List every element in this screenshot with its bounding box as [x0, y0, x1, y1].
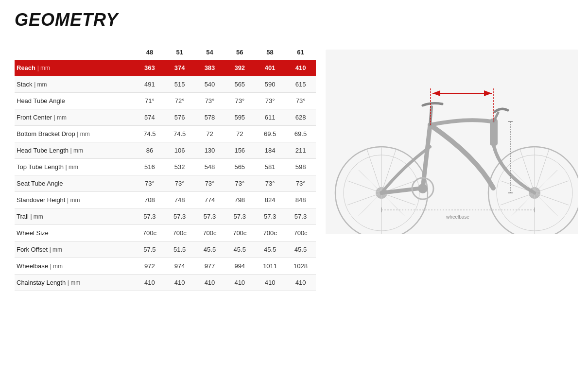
row-value: 700c: [165, 225, 195, 241]
row-value: 392: [225, 60, 255, 76]
row-label: Head Tube Angle: [15, 93, 135, 109]
row-value: 972: [135, 258, 165, 275]
row-label: Trail | mm: [15, 208, 135, 225]
row-value: 73°: [255, 93, 285, 109]
row-value: 598: [285, 159, 316, 175]
row-value: 410: [165, 275, 195, 291]
row-value: 45.5: [285, 241, 316, 258]
row-value: 74.5: [165, 126, 195, 142]
row-value: 72: [195, 126, 225, 142]
table-row: Top Tube Length | mm516532548565581598: [15, 159, 316, 175]
row-unit: | mm: [37, 65, 50, 71]
table-row: Trail | mm57.357.357.357.357.357.3: [15, 208, 316, 225]
row-value: 576: [165, 109, 195, 126]
row-value: 72°: [165, 93, 195, 109]
row-value: 700c: [225, 225, 255, 241]
header-size-56: 56: [225, 45, 255, 60]
row-value: 57.3: [165, 208, 195, 225]
row-value: 401: [255, 60, 285, 76]
row-label: Stack | mm: [15, 76, 135, 93]
header-size-58: 58: [255, 45, 285, 60]
row-value: 700c: [135, 225, 165, 241]
row-value: 73°: [285, 93, 316, 109]
row-value: 57.3: [285, 208, 316, 225]
svg-point-36: [418, 184, 428, 193]
row-value: 73°: [195, 93, 225, 109]
row-unit: | mm: [65, 164, 78, 171]
row-label: Wheelbase | mm: [15, 258, 135, 275]
row-value: 515: [165, 76, 195, 93]
row-value: 410: [285, 275, 316, 291]
row-label: Top Tube Length | mm: [15, 159, 135, 175]
row-unit: | mm: [50, 263, 63, 270]
table-row: Bottom Bracket Drop | mm74.574.5727269.5…: [15, 126, 316, 142]
row-label: Chainstay Length | mm: [15, 275, 135, 291]
svg-text:wheelbase: wheelbase: [446, 214, 469, 220]
row-value: 798: [225, 192, 255, 208]
row-value: 45.5: [225, 241, 255, 258]
row-value: 708: [135, 192, 165, 208]
row-value: 700c: [285, 225, 316, 241]
row-label: Bottom Bracket Drop | mm: [15, 126, 135, 142]
table-row: Standover Height | mm708748774798824848: [15, 192, 316, 208]
row-label: Seat Tube Angle: [15, 175, 135, 192]
row-label: Reach | mm: [15, 60, 135, 76]
row-value: 73°: [255, 175, 285, 192]
geometry-table: 485154565861 Reach | mm36337438339240141…: [15, 45, 316, 291]
row-value: 57.3: [195, 208, 225, 225]
row-value: 977: [195, 258, 225, 275]
row-value: 1028: [285, 258, 316, 275]
table-row: Head Tube Length | mm86106130156184211: [15, 142, 316, 159]
row-value: 184: [255, 142, 285, 159]
table-section: 485154565861 Reach | mm36337438339240141…: [15, 45, 316, 291]
row-value: 57.3: [255, 208, 285, 225]
row-value: 410: [225, 275, 255, 291]
row-label: Standover Height | mm: [15, 192, 135, 208]
row-value: 848: [285, 192, 316, 208]
table-row: Stack | mm491515540565590615: [15, 76, 316, 93]
row-value: 86: [135, 142, 165, 159]
table-row: Seat Tube Angle73°73°73°73°73°73°: [15, 175, 316, 192]
row-value: 590: [255, 76, 285, 93]
page-title: GEOMETRY: [15, 10, 573, 30]
row-value: 45.5: [195, 241, 225, 258]
row-value: 774: [195, 192, 225, 208]
table-row: Head Tube Angle71°72°73°73°73°73°: [15, 93, 316, 109]
row-value: 540: [195, 76, 225, 93]
row-value: 410: [255, 275, 285, 291]
row-value: 57.5: [135, 241, 165, 258]
row-value: 410: [135, 275, 165, 291]
row-value: 700c: [255, 225, 285, 241]
row-value: 72: [225, 126, 255, 142]
row-value: 574: [135, 109, 165, 126]
row-label: Fork Offset | mm: [15, 241, 135, 258]
row-value: 73°: [165, 175, 195, 192]
row-value: 532: [165, 159, 195, 175]
row-value: 410: [285, 60, 316, 76]
row-unit: | mm: [70, 147, 83, 154]
row-label: Wheel Size: [15, 225, 135, 241]
row-value: 595: [225, 109, 255, 126]
table-row: Reach | mm363374383392401410: [15, 60, 316, 76]
row-unit: | mm: [54, 114, 67, 121]
row-value: 578: [195, 109, 225, 126]
row-unit: | mm: [50, 246, 62, 253]
row-value: 51.5: [165, 241, 195, 258]
row-value: 57.3: [225, 208, 255, 225]
header-size-48: 48: [135, 45, 165, 60]
row-unit: | mm: [68, 279, 80, 286]
row-value: 628: [285, 109, 316, 126]
row-value: 73°: [195, 175, 225, 192]
row-value: 73°: [135, 175, 165, 192]
row-value: 974: [165, 258, 195, 275]
row-value: 73°: [285, 175, 316, 192]
row-value: 611: [255, 109, 285, 126]
row-unit: | mm: [30, 213, 43, 220]
bike-diagram: wheelbase: [326, 50, 578, 234]
table-row: Chainstay Length | mm410410410410410410: [15, 275, 316, 291]
row-value: 71°: [135, 93, 165, 109]
row-unit: | mm: [67, 197, 80, 204]
row-value: 581: [255, 159, 285, 175]
table-row: Wheelbase | mm97297497799410111028: [15, 258, 316, 275]
diagram-section: wheelbase: [326, 45, 578, 291]
